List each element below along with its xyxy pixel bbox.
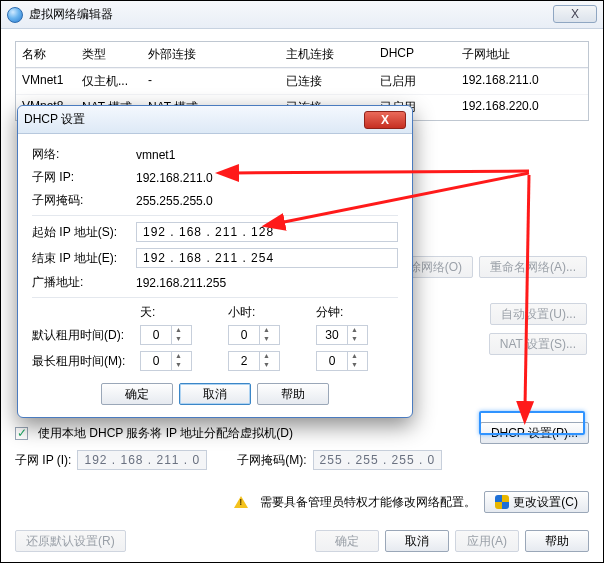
max-lease-days[interactable]: ▲▼	[140, 351, 192, 371]
svg-line-2	[525, 175, 529, 407]
cell-host: 已连接	[286, 73, 380, 90]
broadcast-value: 192.168.211.255	[136, 276, 398, 290]
cell-subnet: 192.168.220.0	[462, 99, 582, 116]
default-lease-label: 默认租用时间(D):	[32, 327, 136, 344]
minutes-header: 分钟:	[316, 304, 368, 321]
ok-button[interactable]: 确定	[315, 530, 379, 552]
subnet-ip-label: 子网 IP:	[32, 169, 136, 186]
dhcp-settings-dialog: DHCP 设置 X 网络: vmnet1 子网 IP: 192.168.211.…	[17, 105, 413, 418]
dialog-help-button[interactable]: 帮助	[257, 383, 329, 405]
table-header-row: 名称 类型 外部连接 主机连接 DHCP 子网地址	[16, 42, 588, 68]
subnet-mask-field[interactable]: 255 . 255 . 255 . 0	[313, 450, 443, 470]
subnet-ip-field[interactable]: 192 . 168 . 211 . 0	[77, 450, 207, 470]
table-row[interactable]: VMnet1 仅主机... - 已连接 已启用 192.168.211.0	[16, 68, 588, 94]
cell-ext: -	[148, 73, 286, 90]
cell-type: 仅主机...	[82, 73, 148, 90]
window-title: 虚拟网络编辑器	[29, 6, 113, 23]
change-settings-button[interactable]: 更改设置(C)	[484, 491, 589, 513]
app-icon	[7, 7, 23, 23]
subnet-mask-label: 子网掩码(M):	[237, 452, 306, 469]
col-ext: 外部连接	[148, 46, 286, 63]
apply-button[interactable]: 应用(A)	[455, 530, 519, 552]
default-lease-minutes[interactable]: ▲▼	[316, 325, 368, 345]
col-dhcp: DHCP	[380, 46, 462, 63]
cell-subnet: 192.168.211.0	[462, 73, 582, 90]
col-type: 类型	[82, 46, 148, 63]
privilege-warning: 需要具备管理员特权才能修改网络配置。	[260, 494, 476, 511]
broadcast-label: 广播地址:	[32, 274, 136, 291]
dialog-ok-button[interactable]: 确定	[101, 383, 173, 405]
cancel-button[interactable]: 取消	[385, 530, 449, 552]
col-host: 主机连接	[286, 46, 380, 63]
start-ip-label: 起始 IP 地址(S):	[32, 224, 136, 241]
end-ip-label: 结束 IP 地址(E):	[32, 250, 136, 267]
start-ip-field[interactable]: 192 . 168 . 211 . 128	[136, 222, 398, 242]
window-titlebar: 虚拟网络编辑器 X	[1, 1, 603, 29]
cell-dhcp: 已启用	[380, 73, 462, 90]
end-ip-field[interactable]: 192 . 168 . 211 . 254	[136, 248, 398, 268]
max-lease-label: 最长租用时间(M):	[32, 353, 136, 370]
cell-name: VMnet1	[22, 73, 82, 90]
dialog-cancel-button[interactable]: 取消	[179, 383, 251, 405]
network-label: 网络:	[32, 146, 136, 163]
nat-settings-button[interactable]: NAT 设置(S)...	[489, 333, 587, 355]
subnet-ip-label: 子网 IP (I):	[15, 452, 71, 469]
auto-settings-button[interactable]: 自动设置(U)...	[490, 303, 587, 325]
help-button[interactable]: 帮助	[525, 530, 589, 552]
dhcp-checkbox-label: 使用本地 DHCP 服务将 IP 地址分配给虚拟机(D)	[38, 425, 293, 442]
subnet-mask-label: 子网掩码:	[32, 192, 136, 209]
dialog-close-button[interactable]: X	[364, 111, 406, 129]
warning-icon	[234, 496, 248, 508]
max-lease-minutes[interactable]: ▲▼	[316, 351, 368, 371]
hours-header: 小时:	[228, 304, 280, 321]
subnet-mask-value: 255.255.255.0	[136, 194, 398, 208]
dhcp-settings-button[interactable]: DHCP 设置(P)...	[480, 422, 589, 444]
window-close-button[interactable]: X	[553, 5, 597, 23]
max-lease-hours[interactable]: ▲▼	[228, 351, 280, 371]
dialog-titlebar: DHCP 设置 X	[18, 106, 412, 134]
col-subnet: 子网地址	[462, 46, 582, 63]
days-header: 天:	[140, 304, 192, 321]
restore-defaults-button[interactable]: 还原默认设置(R)	[15, 530, 126, 552]
shield-icon	[495, 495, 509, 509]
default-lease-days[interactable]: ▲▼	[140, 325, 192, 345]
dhcp-checkbox[interactable]: ✓	[15, 427, 28, 440]
default-lease-hours[interactable]: ▲▼	[228, 325, 280, 345]
col-name: 名称	[22, 46, 82, 63]
subnet-ip-value: 192.168.211.0	[136, 171, 398, 185]
network-value: vmnet1	[136, 148, 398, 162]
dialog-title: DHCP 设置	[24, 111, 85, 128]
rename-network-button[interactable]: 重命名网络(A)...	[479, 256, 587, 278]
